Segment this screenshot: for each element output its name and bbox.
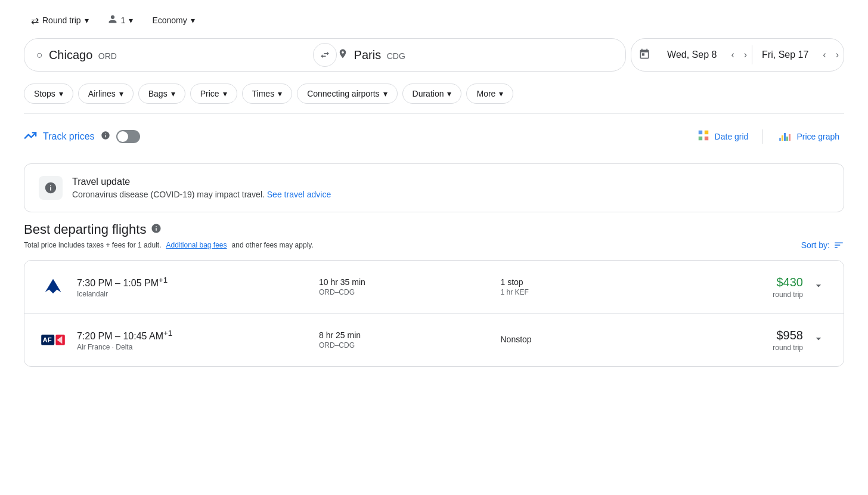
date-grid-icon: [697, 129, 710, 144]
airlines-filter[interactable]: Airlines ▾: [78, 83, 134, 104]
origin-dest-container: ○ Chicago ORD Paris CDG: [24, 38, 626, 72]
passengers-label: 1: [121, 16, 126, 25]
track-left: Track prices: [24, 129, 140, 144]
return-date-prev[interactable]: ‹: [818, 45, 830, 65]
expand-flight-button[interactable]: [808, 328, 829, 352]
return-date-next[interactable]: ›: [831, 45, 844, 65]
more-chevron: ▾: [499, 89, 503, 98]
track-right: Date grid Price graph: [692, 123, 844, 149]
view-divider: [762, 129, 763, 144]
section-title: Best departing flights: [24, 222, 844, 237]
filter-bar: Stops ▾ Airlines ▾ Bags ▾ Price ▾ Times …: [0, 79, 868, 113]
flight-times-text: 7:30 PM – 1:05 PM+1: [77, 276, 319, 289]
depart-time: 7:20 PM: [77, 331, 113, 341]
track-bar: Track prices Date grid: [0, 114, 868, 159]
track-prices-toggle[interactable]: [116, 130, 140, 143]
price-graph-button[interactable]: Price graph: [773, 123, 844, 149]
passengers-chevron: ▾: [129, 16, 133, 25]
stops-label: Stops: [34, 89, 55, 98]
passengers-button[interactable]: 1 ▾: [101, 10, 141, 31]
section-info-icon[interactable]: [151, 222, 162, 237]
flight-row[interactable]: AF 7:20 PM – 10:45 AM+1 Air France · Del…: [24, 314, 844, 366]
svg-rect-8: [789, 134, 790, 141]
sort-label: Sort by:: [801, 240, 830, 250]
expand-flight-button[interactable]: [808, 275, 829, 299]
times-filter[interactable]: Times ▾: [242, 83, 293, 104]
svg-rect-5: [782, 135, 783, 141]
price-graph-icon: [777, 128, 792, 144]
destination-field[interactable]: Paris CDG: [326, 39, 626, 71]
day-offset: +1: [163, 329, 172, 338]
stop-detail: 1 hr KEF: [501, 288, 683, 296]
depart-date-prev[interactable]: ‹: [726, 45, 739, 65]
bags-filter[interactable]: Bags ▾: [138, 83, 185, 104]
airline-name: Air France · Delta: [77, 343, 319, 351]
cabin-class-button[interactable]: Economy ▾: [145, 11, 202, 30]
update-content: Travel update Coronavirus disease (COVID…: [72, 177, 331, 199]
section-header: Best departing flights Total price inclu…: [24, 222, 844, 250]
svg-rect-7: [786, 137, 788, 141]
section-subtitle: Total price includes taxes + fees for 1 …: [24, 240, 844, 250]
stops-filter[interactable]: Stops ▾: [24, 83, 73, 104]
price-amount: $430: [682, 276, 803, 289]
update-icon: [39, 176, 63, 200]
sort-by[interactable]: Sort by:: [801, 240, 844, 250]
person-icon: [108, 14, 117, 26]
stops-chevron: ▾: [59, 89, 63, 98]
cabin-chevron: ▾: [191, 16, 195, 25]
flight-times-text: 7:20 PM – 10:45 AM+1: [77, 329, 319, 342]
track-prices-label[interactable]: Track prices: [43, 131, 95, 142]
trip-type-button[interactable]: ⇄ Round trip ▾: [24, 10, 96, 31]
origin-code-text: ORD: [98, 51, 117, 61]
update-desc-text: Coronavirus disease (COVID-19) may impac…: [72, 190, 265, 199]
return-date-field[interactable]: Fri, Sep 17: [752, 39, 818, 71]
depart-date-next[interactable]: ›: [739, 45, 752, 65]
time-dash: –: [115, 331, 123, 341]
flight-stops: Nonstop: [501, 335, 683, 345]
flight-schedule: 7:20 PM – 10:45 AM+1 Air France · Delta: [77, 329, 319, 351]
svg-rect-6: [784, 133, 786, 141]
origin-city: Chicago ORD: [49, 48, 117, 62]
connecting-airports-chevron: ▾: [383, 89, 388, 98]
flight-row[interactable]: 7:30 PM – 1:05 PM+1 Icelandair 10 hr 35 …: [24, 261, 844, 314]
track-trend-icon: [24, 129, 37, 144]
svg-rect-1: [704, 131, 708, 134]
origin-city-text: Chicago: [49, 48, 92, 61]
arrive-time: 1:05 PM: [123, 278, 159, 288]
bags-chevron: ▾: [171, 89, 175, 98]
depart-date-text: Wed, Sep 8: [667, 50, 717, 60]
return-date-text: Fri, Sep 17: [762, 50, 808, 60]
bag-fees-link[interactable]: Additional bag fees: [166, 241, 227, 249]
date-grid-button[interactable]: Date grid: [692, 124, 754, 148]
origin-field[interactable]: ○ Chicago ORD: [24, 39, 325, 71]
airfrance-logo: AF: [39, 326, 67, 354]
times-chevron: ▾: [278, 89, 282, 98]
time-dash: –: [115, 278, 123, 288]
more-filter[interactable]: More ▾: [466, 83, 513, 104]
more-label: More: [476, 89, 495, 98]
flight-price: $958 round trip: [682, 329, 803, 352]
stops-text: Nonstop: [501, 335, 683, 344]
connecting-airports-filter[interactable]: Connecting airports ▾: [297, 83, 397, 104]
price-label: Price: [200, 89, 219, 98]
route-text: ORD–CDG: [319, 288, 501, 296]
depart-date-field[interactable]: Wed, Sep 8: [658, 39, 726, 71]
svg-rect-3: [704, 137, 708, 140]
icelandair-logo: [39, 273, 67, 301]
connecting-airports-label: Connecting airports: [307, 89, 379, 98]
track-info-icon[interactable]: [101, 131, 110, 142]
date-container: Wed, Sep 8 ‹ › Fri, Sep 17 ‹ ›: [631, 38, 844, 72]
duration-filter[interactable]: Duration ▾: [402, 83, 462, 104]
price-type: round trip: [682, 290, 803, 299]
trip-type-label: Round trip: [42, 16, 81, 25]
swap-button[interactable]: [313, 43, 337, 67]
update-description: Coronavirus disease (COVID-19) may impac…: [72, 190, 331, 199]
day-offset: +1: [159, 276, 168, 284]
travel-advice-link[interactable]: See travel advice: [267, 190, 331, 199]
flight-price: $430 round trip: [682, 276, 803, 299]
svg-rect-4: [779, 138, 781, 141]
price-filter[interactable]: Price ▾: [190, 83, 237, 104]
airlines-label: Airlines: [88, 89, 116, 98]
flight-stops: 1 stop 1 hr KEF: [501, 277, 683, 296]
calendar-icon: [631, 48, 658, 62]
